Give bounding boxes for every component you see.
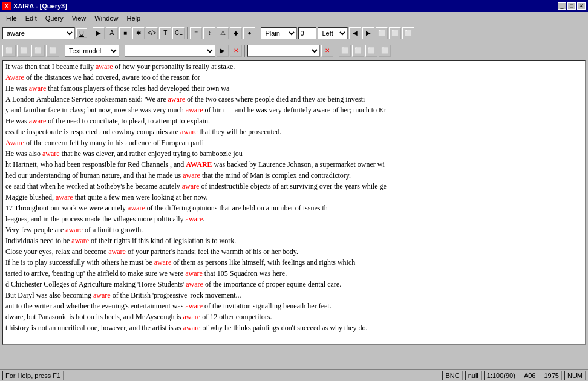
concordance-right: of how your personality is really at sta… — [113, 62, 235, 71]
table-row: Individuals need to be aware of their ri… — [3, 235, 585, 246]
table-row: But Daryl was also becoming aware of the… — [3, 290, 585, 301]
warn-button[interactable]: ⚠ — [217, 27, 229, 39]
tb2-btn1[interactable]: ⬜ — [2, 45, 16, 57]
table-row: tarted to arrive, 'beating up' the airfi… — [3, 268, 585, 279]
number-input[interactable] — [298, 27, 316, 39]
concordance-keyword: Aware — [5, 73, 24, 82]
concordance-keyword: AWARE — [186, 160, 212, 169]
status-section: A06 — [521, 371, 539, 380]
cl-button[interactable]: CL — [172, 27, 185, 39]
concordance-left: Very few people are — [5, 226, 65, 234]
concordance-right: of their rights if this kind of legislat… — [89, 236, 236, 245]
close-button[interactable]: ✕ — [577, 2, 586, 10]
table-row: leagues, and in the process made the vil… — [3, 213, 585, 224]
maximize-button[interactable]: □ — [567, 2, 576, 10]
concordance-right: that famous players of those roles had d… — [46, 84, 229, 93]
status-bnc: BNC — [442, 371, 462, 380]
query-select[interactable]: aware — [2, 27, 75, 39]
concordance-keyword: aware — [182, 182, 200, 190]
save-btn[interactable]: ⬜ — [339, 45, 351, 57]
search-clear-button[interactable]: ✕ — [230, 45, 242, 57]
concordance-left: 17 Throughout our work we were acutely — [5, 204, 128, 212]
concordance-keyword: aware — [183, 313, 201, 321]
export-btn[interactable]: ⬜ — [365, 45, 377, 57]
concordance-left: ant to the writer and whether the evenin… — [5, 302, 185, 310]
concordance-right: of the two cases where people died and t… — [185, 95, 365, 103]
filter-clear-button[interactable]: ✕ — [321, 45, 333, 57]
concordance-right: of your partner's hands; feel the warmth… — [126, 247, 298, 256]
wildcard-button[interactable]: ✱ — [132, 27, 145, 39]
concordance-keyword: aware — [29, 84, 47, 93]
concordance-keyword: aware — [96, 62, 113, 71]
concordance-right: that 105 Squadron was here. — [203, 269, 287, 278]
filter-select[interactable] — [247, 45, 320, 57]
concordance-keyword: aware — [183, 324, 201, 332]
concordance-view[interactable]: It was then that I became fully aware of… — [2, 60, 586, 345]
table-row: Aware of the concern felt by many in his… — [3, 137, 585, 148]
status-position: 1:100(90) — [484, 371, 518, 380]
display-mode-select[interactable]: Plain — [261, 27, 297, 39]
menu-window[interactable]: Window — [91, 14, 122, 22]
menu-view[interactable]: View — [68, 14, 90, 22]
table-row: y and familiar face in class; but now, n… — [3, 105, 585, 116]
table-row: A London Ambulance Service spokesman sai… — [3, 94, 585, 105]
separator-1 — [90, 27, 90, 39]
concordance-right: that quite a few men were looking at her… — [73, 193, 208, 201]
tag-button[interactable]: T — [159, 27, 171, 39]
menu-edit[interactable]: Edit — [22, 14, 41, 22]
concordance-right: of them as persons like himself, with fe… — [171, 258, 355, 267]
paste-button[interactable]: ⬜ — [389, 27, 401, 39]
chart-button[interactable]: ◆ — [230, 27, 242, 39]
status-bar: For Help, press F1 BNC null 1:100(90) A0… — [0, 369, 588, 381]
circle-button[interactable]: ● — [243, 27, 255, 39]
status-null: null — [465, 371, 482, 380]
print-button[interactable]: ⬜ — [402, 27, 414, 39]
menu-bar: File Edit Query View Window Help — [0, 12, 588, 24]
table-row: t history is not an uncritical one, howe… — [3, 322, 585, 333]
sort-button[interactable]: ↕ — [203, 27, 215, 39]
concordance-left: But Daryl was also becoming — [5, 291, 93, 299]
open-btn[interactable]: ⬜ — [352, 45, 364, 57]
underline-button[interactable]: U — [76, 28, 87, 38]
separator-5 — [122, 45, 122, 57]
concordance-left: It was then that I became fully — [5, 62, 96, 71]
table-row: Aware of the distances we had covered, a… — [3, 72, 585, 83]
menu-query[interactable]: Query — [42, 14, 67, 22]
menu-file[interactable]: File — [2, 14, 21, 22]
align-select[interactable]: Left — [318, 27, 348, 39]
minimize-button[interactable]: _ — [558, 2, 566, 10]
concordance-keyword: aware — [185, 302, 203, 310]
font-button[interactable]: A — [106, 27, 118, 39]
options-btn[interactable]: ⬜ — [379, 45, 391, 57]
table-row: ce said that when he worked at Sotheby's… — [3, 181, 585, 192]
table-row: ant to the writer and whether the evenin… — [3, 301, 585, 311]
search-select[interactable] — [125, 45, 215, 57]
run-button[interactable]: ▶ — [93, 27, 105, 39]
stop-button[interactable]: ■ — [119, 27, 131, 39]
table-row: ess the inspectorate is respected and co… — [3, 126, 585, 137]
search-go-button[interactable]: ▶ — [217, 45, 229, 57]
list-button[interactable]: ≡ — [190, 27, 202, 39]
concordance-left: ce said that when he worked at Sotheby's… — [5, 182, 182, 190]
menu-help[interactable]: Help — [123, 14, 144, 22]
copy-button[interactable]: ⬜ — [376, 27, 388, 39]
concordance-left: ess the inspectorate is respected and co… — [5, 128, 180, 136]
concordance-right: that they will be prosecuted. — [198, 128, 282, 136]
concordance-left: If he is to play successfully with other… — [5, 258, 154, 267]
window-title: XAIRA - [Query3] — [13, 2, 67, 10]
table-row: He was also aware that he was clever, an… — [3, 148, 585, 159]
concordance-keyword: aware — [56, 193, 73, 201]
table-row: It was then that I became fully aware of… — [3, 61, 585, 72]
tb2-btn2[interactable]: ⬜ — [17, 45, 30, 57]
next-button[interactable]: ▶ — [362, 27, 374, 39]
tb2-btn3[interactable]: ⬜ — [31, 45, 45, 57]
help-text: For Help, press F1 — [2, 371, 64, 380]
table-row: He was aware of the need to conciliate, … — [3, 116, 585, 126]
text-mode-select[interactable]: Text model — [65, 45, 119, 57]
regex-button[interactable]: </> — [146, 27, 158, 39]
prev-button[interactable]: ◀ — [349, 27, 361, 39]
table-row: Close your eyes, relax and become aware … — [3, 246, 585, 257]
tb2-btn4[interactable]: ⬜ — [46, 45, 59, 57]
concordance-left: leagues, and in the process made the vil… — [5, 215, 186, 223]
table-row: Very few people are aware of a limit to … — [3, 224, 585, 235]
